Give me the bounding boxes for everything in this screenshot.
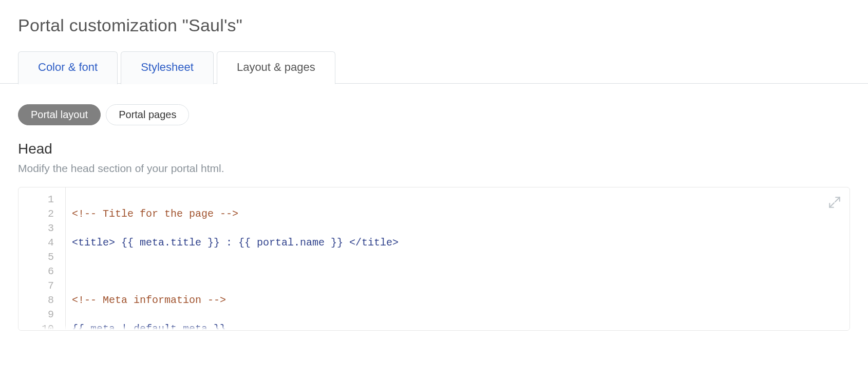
code-liquid: {{ meta | default_meta }} [72,323,226,330]
tab-label: Layout & pages [237,61,315,73]
section-title: Head [18,141,850,157]
main-tabs: Color & font Stylesheet Layout & pages [18,51,850,84]
line-number: 6 [18,264,60,279]
line-number: 2 [18,207,60,221]
line-number: 9 [18,308,60,322]
page-root: Portal customization "Saul's" Color & fo… [0,0,868,331]
code-line: <!-- Meta information --> [72,293,628,308]
subtab-label: Portal layout [31,109,88,120]
tab-color-font[interactable]: Color & font [18,51,118,84]
code-line: <title> {{ meta.title }} : {{ portal.nam… [72,236,628,250]
tab-content: Portal layout Portal pages Head Modify t… [18,84,850,331]
main-tabs-container: Color & font Stylesheet Layout & pages [18,51,850,84]
code-comment: <!-- Meta information --> [72,294,226,306]
line-number: 4 [18,236,60,250]
code-tag: </title> [349,237,399,249]
svg-line-1 [829,203,834,207]
code-tag: <title> [72,237,115,249]
code-line [72,264,628,279]
subtab-row: Portal layout Portal pages [18,104,850,125]
tab-label: Stylesheet [141,61,194,73]
line-number: 3 [18,221,60,236]
subtab-label: Portal pages [119,109,176,120]
code-liquid: {{ meta.title }} : {{ portal.name }} [115,237,349,249]
code-line: {{ meta | default_meta }} [72,322,628,330]
subtab-portal-layout[interactable]: Portal layout [18,104,101,125]
line-number: 5 [18,250,60,264]
line-number: 10 [18,322,60,330]
line-number: 1 [18,193,60,207]
editor-inner: 1 2 3 4 5 6 7 8 9 10 <!-- Title for the … [18,187,850,330]
code-line: <!-- Title for the page --> [72,207,628,221]
line-number: 8 [18,293,60,308]
code-comment: <!-- Title for the page --> [72,208,238,220]
tab-label: Color & font [38,61,98,73]
line-number: 7 [18,279,60,293]
section-description: Modify the head section of your portal h… [18,162,850,175]
page-title: Portal customization "Saul's" [18,15,850,35]
tab-layout-pages[interactable]: Layout & pages [217,51,335,84]
tab-stylesheet[interactable]: Stylesheet [121,51,214,84]
code-area[interactable]: <!-- Title for the page --> <title> {{ m… [66,187,634,330]
svg-line-0 [835,197,840,202]
line-number-gutter: 1 2 3 4 5 6 7 8 9 10 [18,187,66,330]
code-editor[interactable]: 1 2 3 4 5 6 7 8 9 10 <!-- Title for the … [18,187,850,331]
subtab-portal-pages[interactable]: Portal pages [106,104,189,125]
expand-icon[interactable] [828,196,841,209]
